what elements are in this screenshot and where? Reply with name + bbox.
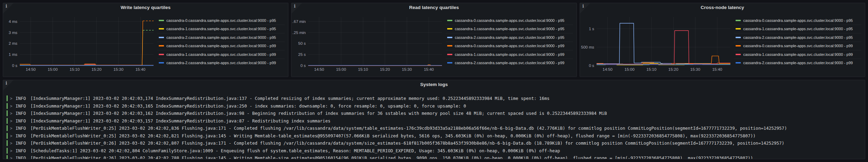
log-level: INFO: [16, 133, 26, 138]
legend-item[interactable]: cassandra-1.cassandra.sample-apps.svc.cl…: [446, 25, 573, 34]
log-row[interactable]: >INFO[PerDiskMemtableFlushWriter_0:26] 2…: [7, 154, 862, 159]
x-axis-tick-label: 14:50: [602, 67, 613, 71]
log-list: >INFO[IndexSummaryManager:1] 2023-03-02 …: [3, 89, 865, 159]
chevron-right-icon[interactable]: >: [10, 155, 12, 159]
legend-swatch-icon: [736, 37, 741, 38]
legend-item[interactable]: cassandra-0.cassandra.sample-apps.svc.cl…: [157, 16, 285, 25]
legend-swatch-icon: [159, 37, 164, 38]
x-axis-tick-label: 15:40: [712, 67, 722, 71]
x-axis-tick-label: 15:20: [668, 67, 678, 71]
log-message: [PerDiskMemtableFlushWriter_0:26] 2023-0…: [31, 155, 753, 159]
info-icon: i: [582, 4, 584, 9]
log-message: [PerDiskMemtableFlushWriter_0:26] 2023-0…: [31, 140, 784, 146]
legend-item[interactable]: cassandra-1.cassandra.sample-apps.svc.cl…: [446, 50, 573, 59]
log-row[interactable]: >INFO[PerDiskMemtableFlushWriter_0:25] 2…: [7, 125, 862, 132]
legend-item[interactable]: cassandra-2.cassandra.sample-apps.svc.cl…: [157, 33, 285, 42]
log-level: INFO: [16, 126, 26, 131]
plot-grid: [597, 17, 730, 66]
log-level-bar: [7, 103, 8, 109]
log-level: INFO: [16, 96, 26, 101]
x-axis-tick-label: 15:40: [136, 67, 146, 71]
log-message: [IndexSummaryManager:1] 2023-03-02 20:42…: [31, 118, 330, 123]
y-axis-tick-label: 2 ms: [9, 41, 17, 45]
legend-item[interactable]: cassandra-0.cassandra.sample-apps.svc.cl…: [446, 42, 573, 51]
legend-label: cassandra-0.cassandra.sample-apps.svc.cl…: [743, 18, 853, 23]
info-icon: i: [6, 4, 7, 9]
series-line: [20, 21, 143, 65]
legend-item[interactable]: cassandra-0.cassandra.sample-apps.svc.cl…: [734, 42, 861, 51]
legend-item[interactable]: cassandra-0.cassandra.sample-apps.svc.cl…: [734, 16, 861, 25]
chevron-right-icon[interactable]: >: [10, 103, 12, 109]
log-row[interactable]: >INFO[IndexSummaryManager:1] 2023-03-02 …: [7, 117, 862, 125]
x-axis-tick-label: 15:30: [690, 67, 700, 71]
legend: cassandra-0.cassandra.sample-apps.svc.cl…: [446, 16, 573, 77]
time-series-plot[interactable]: 0 s500 ms1 s14:5015:0015:1015:2015:3015:…: [581, 14, 732, 74]
log-level: INFO: [16, 111, 26, 116]
panel-title[interactable]: Read latency quartiles: [292, 3, 576, 12]
y-axis-tick-label: 0 s: [12, 63, 18, 68]
log-row[interactable]: >INFO[PerDiskMemtableFlushWriter_0:25] 2…: [7, 132, 862, 140]
time-series-plot[interactable]: 0 s25 s50 s1.25 min1.67 min14:5015:0015:…: [292, 14, 444, 74]
log-level-bar: [7, 95, 8, 101]
legend-swatch-icon: [736, 62, 741, 63]
legend-item[interactable]: cassandra-0.cassandra.sample-apps.svc.cl…: [157, 42, 285, 51]
legend-swatch-icon: [159, 62, 164, 63]
log-row[interactable]: >INFO[PerDiskMemtableFlushWriter_0:26] 2…: [7, 139, 862, 147]
y-axis-tick-label: 3 ms: [9, 31, 17, 35]
panel-title[interactable]: System logs: [3, 80, 865, 89]
x-axis-tick-label: 14:50: [314, 67, 324, 71]
panel-title[interactable]: Write latency quartiles: [3, 3, 288, 12]
legend-item[interactable]: cassandra-2.cassandra.sample-apps.svc.cl…: [157, 59, 285, 67]
legend-item[interactable]: cassandra-2.cassandra.sample-apps.svc.cl…: [734, 59, 861, 67]
chevron-right-icon[interactable]: >: [10, 133, 12, 138]
log-row[interactable]: >INFO[IndexSummaryManager:1] 2023-03-02 …: [7, 95, 862, 102]
legend-item[interactable]: cassandra-2.cassandra.sample-apps.svc.cl…: [446, 59, 573, 67]
panel-cross-node-latency: i Cross-node latency 0 s500 ms1 s14:5015…: [580, 3, 865, 77]
log-message: [IndexSummaryManager:1] 2023-03-02 20:42…: [31, 96, 550, 101]
legend-item[interactable]: cassandra-1.cassandra.sample-apps.svc.cl…: [734, 50, 861, 59]
info-icon: i: [6, 81, 7, 86]
chevron-right-icon[interactable]: >: [10, 126, 12, 131]
chevron-right-icon[interactable]: >: [10, 118, 12, 123]
legend-swatch-icon: [159, 54, 164, 55]
y-axis-tick-label: 4 ms: [9, 19, 17, 24]
chevron-right-icon[interactable]: >: [10, 96, 12, 101]
x-axis-tick-label: 15:10: [646, 67, 657, 71]
log-row[interactable]: >INFO[IndexSummaryManager:1] 2023-03-02 …: [7, 110, 862, 117]
legend-item[interactable]: cassandra-0.cassandra.sample-apps.svc.cl…: [446, 16, 573, 25]
legend-swatch-icon: [736, 28, 741, 29]
legend-label: cassandra-0.cassandra.sample-apps.svc.cl…: [743, 44, 853, 48]
log-level-bar: [7, 140, 8, 146]
log-row[interactable]: >INFO[IndexSummaryManager:1] 2023-03-02 …: [7, 102, 862, 110]
legend-item[interactable]: cassandra-2.cassandra.sample-apps.svc.cl…: [734, 33, 861, 42]
series-line: [597, 31, 730, 64]
chevron-right-icon[interactable]: >: [10, 140, 12, 146]
panel-title[interactable]: Cross-node latency: [580, 3, 865, 12]
legend-item[interactable]: cassandra-1.cassandra.sample-apps.svc.cl…: [157, 50, 285, 59]
time-series-plot[interactable]: 0 s1 ms2 ms3 ms4 ms14:5015:0015:1015:201…: [4, 14, 155, 74]
log-level-bar: [7, 148, 8, 154]
log-row[interactable]: >INFO[ScheduledTasks:1] 2023-03-02 20:42…: [7, 147, 862, 155]
legend-item[interactable]: cassandra-1.cassandra.sample-apps.svc.cl…: [734, 25, 861, 34]
legend-swatch-icon: [736, 20, 741, 21]
y-axis-tick-label: 1 s: [589, 27, 594, 31]
panel-system-logs: i System logs >INFO[IndexSummaryManager:…: [3, 80, 865, 159]
panel-body: 0 s25 s50 s1.25 min1.67 min14:5015:0015:…: [292, 12, 576, 77]
log-level-bar: [7, 155, 8, 159]
chevron-right-icon[interactable]: >: [10, 148, 12, 153]
legend-swatch-icon: [447, 54, 452, 55]
x-axis-tick-label: 15:20: [380, 67, 390, 71]
y-axis-tick-label: 1 ms: [9, 52, 17, 57]
legend-label: cassandra-2.cassandra.sample-apps.svc.cl…: [455, 61, 564, 65]
series-lines: [597, 23, 730, 65]
panel-body: 0 s500 ms1 s14:5015:0015:1015:2015:3015:…: [580, 12, 865, 77]
legend-item[interactable]: cassandra-1.cassandra.sample-apps.svc.cl…: [157, 25, 285, 34]
legend-label: cassandra-2.cassandra.sample-apps.svc.cl…: [166, 61, 276, 65]
panel-write-latency-quartiles: i Write latency quartiles 0 s1 ms2 ms3 m…: [3, 3, 288, 77]
chevron-right-icon[interactable]: >: [10, 111, 12, 116]
x-axis-tick-label: 15:30: [402, 67, 412, 71]
legend-item[interactable]: cassandra-2.cassandra.sample-apps.svc.cl…: [446, 33, 573, 42]
x-axis-tick-label: 15:00: [625, 67, 635, 71]
legend-label: cassandra-0.cassandra.sample-apps.svc.cl…: [455, 44, 564, 48]
panel-body: 0 s1 ms2 ms3 ms4 ms14:5015:0015:1015:201…: [3, 12, 288, 77]
